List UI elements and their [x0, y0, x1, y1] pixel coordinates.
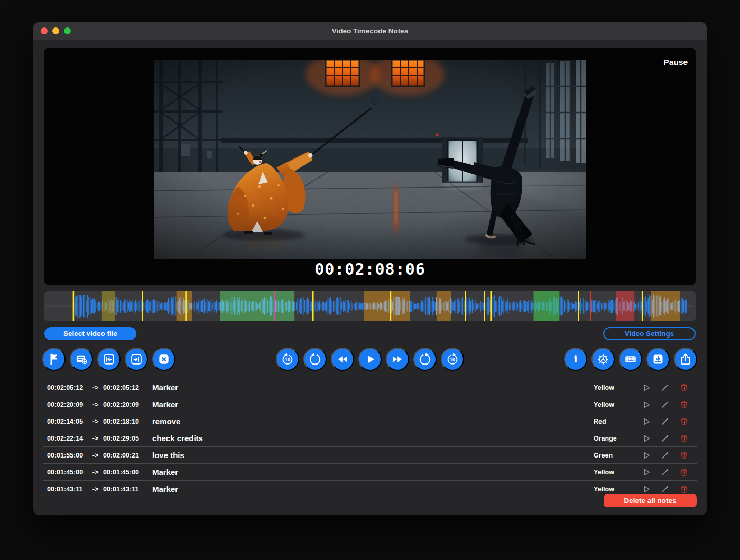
note-edit-icon [660, 383, 670, 393]
fast-forward-icon [391, 352, 404, 366]
note-end-time: 00:02:18:10 [103, 418, 144, 425]
play-button[interactable] [358, 348, 382, 371]
note-color: Yellow [587, 464, 633, 480]
play-note-button[interactable] [641, 466, 652, 478]
note-arrow: -> [88, 486, 103, 493]
play-note-button[interactable] [641, 433, 652, 444]
note-edit-icon [660, 468, 670, 477]
pause-button[interactable]: Pause [663, 58, 688, 67]
info-button[interactable]: i [564, 348, 587, 371]
note-label: Marker [144, 481, 587, 497]
note-start-time: 00:02:22:14 [47, 435, 88, 442]
select-video-file-button[interactable]: Select video file [44, 327, 136, 340]
play-note-button[interactable] [641, 483, 652, 495]
toolbar-center: 1010 [276, 348, 464, 371]
skip-forward-10-button[interactable]: 10 [441, 348, 464, 371]
note-arrow: -> [88, 469, 103, 476]
flag-button[interactable] [42, 348, 66, 371]
delete-note-button[interactable] [678, 483, 690, 495]
delete-all-notes-button[interactable]: Delete all notes [604, 494, 697, 507]
note-start-time: 00:02:20:09 [47, 401, 88, 408]
edit-note-button[interactable] [659, 382, 671, 394]
loop-button[interactable] [413, 348, 437, 371]
note-color: Red [587, 413, 633, 430]
note-arrow: -> [88, 401, 103, 408]
jump-to-start-button[interactable] [97, 348, 121, 371]
play-note-button[interactable] [641, 416, 652, 427]
skip-back-10-button[interactable]: 10 [276, 348, 299, 371]
toolbar-left [42, 348, 175, 371]
play-note-button[interactable] [641, 382, 652, 394]
note-label: remove [144, 413, 587, 430]
edit-note-button[interactable] [659, 450, 671, 461]
delete-note-button[interactable] [678, 433, 690, 444]
note-start-time: 00:02:14:05 [47, 418, 88, 425]
rewind-button[interactable] [331, 348, 354, 371]
video-settings-button[interactable]: Video Settings [603, 327, 696, 340]
note-trash-icon [679, 383, 689, 393]
note-color: Orange [587, 430, 633, 446]
video-player: Pause 00:02:08:06 [44, 48, 696, 285]
note-trash-icon [679, 451, 689, 460]
waveform-timeline[interactable] [44, 291, 696, 321]
import-icon [651, 352, 665, 366]
note-play-icon [642, 484, 651, 494]
skip-forward-10-icon: 10 [446, 352, 459, 366]
note-row: 00:02:20:09 -> 00:02:20:09 Marker Yellow [43, 396, 697, 413]
play-note-button[interactable] [641, 399, 652, 410]
import-button[interactable] [646, 348, 670, 371]
note-play-icon [642, 383, 651, 393]
note-play-icon [642, 434, 651, 443]
edit-note-button[interactable] [659, 433, 671, 444]
rewind-icon [336, 352, 349, 366]
keyboard-button[interactable] [619, 348, 642, 371]
delete-note-button[interactable] [678, 382, 690, 394]
note-edit-icon [660, 451, 670, 460]
replay-button[interactable] [303, 348, 327, 371]
edit-note-button[interactable] [659, 416, 671, 427]
close-window-button[interactable] [41, 27, 48, 34]
note-arrow: -> [88, 452, 103, 459]
note-label: Marker [144, 464, 587, 480]
note-row: 00:02:05:12 -> 00:02:05:12 Marker Yellow [43, 379, 697, 396]
note-color: Yellow [587, 396, 633, 413]
note-actions [633, 379, 697, 396]
zoom-window-button[interactable] [64, 27, 71, 34]
note-time-range: 00:02:14:05 -> 00:02:18:10 [43, 413, 144, 430]
note-time-range: 00:02:05:12 -> 00:02:05:12 [43, 379, 144, 396]
share-button[interactable] [674, 348, 697, 371]
share-icon [679, 352, 692, 366]
skip-back-10-icon: 10 [281, 352, 294, 366]
jump-to-end-button[interactable] [125, 348, 148, 371]
delete-note-button[interactable] [678, 399, 690, 410]
note-edit-icon [660, 417, 670, 426]
clear-markers-icon [157, 352, 171, 366]
edit-note-button[interactable] [659, 483, 671, 495]
minimize-window-button[interactable] [52, 27, 59, 34]
edit-note-button[interactable] [659, 466, 671, 478]
note-end-time: 00:02:29:05 [103, 435, 144, 442]
note-arrow: -> [88, 435, 103, 442]
note-edit-icon [660, 434, 670, 443]
note-arrow: -> [88, 418, 103, 425]
app-window: Video Timecode Notes [33, 22, 707, 515]
delete-note-button[interactable] [678, 466, 690, 478]
note-play-icon [642, 417, 651, 426]
delete-note-button[interactable] [678, 450, 690, 461]
note-end-time: 00:02:00:21 [103, 452, 144, 459]
note-color: Yellow [587, 379, 633, 396]
edit-note-button[interactable] [659, 399, 671, 410]
delete-note-button[interactable] [678, 416, 690, 427]
clear-markers-button[interactable] [152, 348, 175, 371]
note-actions [633, 447, 697, 463]
add-note-button[interactable] [70, 348, 93, 371]
note-row: 00:01:43:11 -> 00:01:43:11 Marker Yellow [43, 481, 697, 497]
note-actions [633, 464, 697, 480]
play-note-button[interactable] [641, 450, 652, 461]
settings-button[interactable] [591, 348, 615, 371]
note-play-icon [642, 468, 651, 477]
note-play-icon [642, 400, 651, 409]
fast-forward-button[interactable] [386, 348, 409, 371]
note-start-time: 00:01:43:11 [47, 486, 88, 493]
note-label: love this [144, 447, 587, 463]
